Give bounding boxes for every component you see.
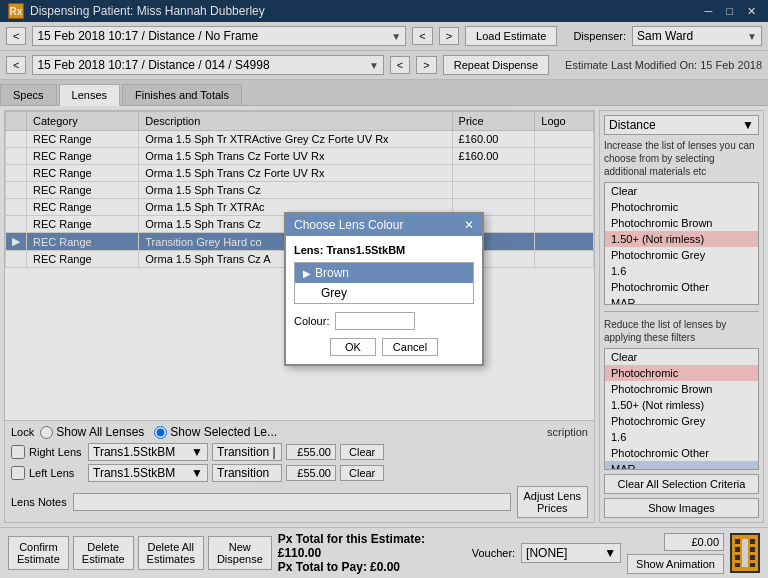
modal-lens-label: Lens: Trans1.5StkBM	[294, 244, 474, 256]
modal-cancel-button[interactable]: Cancel	[382, 338, 438, 356]
modal-title-text: Choose Lens Colour	[294, 218, 403, 232]
modal-list-item[interactable]: ▶Brown	[295, 263, 473, 283]
modal-close-button[interactable]: ✕	[464, 218, 474, 232]
modal-colour-list: ▶BrownGrey	[294, 262, 474, 304]
modal-title-bar: Choose Lens Colour ✕	[286, 214, 482, 236]
modal-colour-input[interactable]	[335, 312, 415, 330]
modal-buttons: OK Cancel	[294, 338, 474, 356]
modal-overlay: Choose Lens Colour ✕ Lens: Trans1.5StkBM…	[0, 0, 768, 578]
modal-ok-button[interactable]: OK	[330, 338, 376, 356]
modal-colour-label: Colour:	[294, 315, 329, 327]
modal-list-item[interactable]: Grey	[295, 283, 473, 303]
choose-lens-colour-modal: Choose Lens Colour ✕ Lens: Trans1.5StkBM…	[284, 212, 484, 366]
modal-colour-row: Colour:	[294, 312, 474, 330]
modal-body: Lens: Trans1.5StkBM ▶BrownGrey Colour: O…	[286, 236, 482, 364]
